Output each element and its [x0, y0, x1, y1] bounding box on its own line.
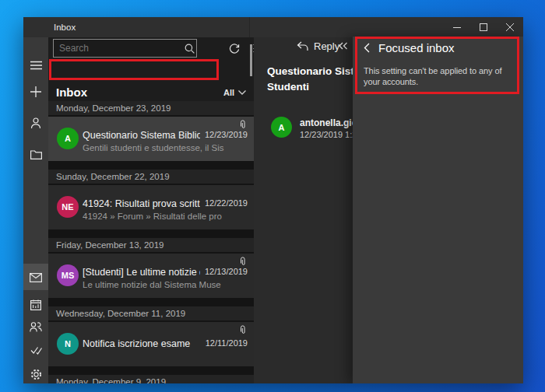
- reply-all-icon: [339, 42, 348, 51]
- item-subject: Questionario Sistema Bibliotecario: [83, 130, 200, 141]
- mail-app-window: Inbox: [23, 17, 523, 383]
- sender-avatar: A: [271, 117, 292, 138]
- navigation-sidebar: [23, 37, 48, 383]
- list-item[interactable]: A Questionario Sistema Bibliotecario 12/…: [48, 117, 254, 161]
- date-header: Friday, December 13, 2019: [48, 238, 254, 252]
- date-header: Monday, December 9, 2019: [48, 375, 254, 383]
- list-item[interactable]: NE 41924: Risultati prova scritta 17/12,…: [48, 185, 254, 229]
- new-mail-button[interactable]: [23, 80, 48, 103]
- list-item[interactable]: N Notifica iscrizione esame 12/11/2019: [48, 322, 254, 366]
- accounts-button[interactable]: [23, 111, 48, 135]
- message-group: Wednesday, December 11, 2019 N Notifica …: [48, 306, 254, 375]
- close-icon: [506, 23, 514, 31]
- reply-all-button[interactable]: [339, 42, 348, 51]
- item-date: 12/22/2019: [205, 198, 248, 209]
- item-preview: 41924 » Forum » Risultati delle pro: [83, 212, 248, 221]
- item-subject: 41924: Risultati prova scritta 17/12,: [83, 198, 200, 209]
- message-list: Monday, December 23, 2019 A Questionario…: [48, 101, 254, 383]
- window-title: Inbox: [54, 17, 76, 37]
- add-icon: [30, 86, 41, 97]
- minimize-icon: [453, 23, 461, 31]
- message-list-pane: Inbox All Monday, December 23, 2019 A: [48, 37, 254, 383]
- hamburger-menu-button[interactable]: [23, 54, 48, 77]
- hamburger-menu-icon: [30, 61, 42, 70]
- paperclip-icon: [240, 257, 246, 267]
- date-header: Sunday, December 22, 2019: [48, 170, 254, 184]
- folder-title: Inbox: [56, 86, 87, 99]
- people-nav-button[interactable]: [23, 315, 48, 338]
- people-icon: [30, 322, 42, 332]
- search-row: [48, 37, 254, 60]
- search-input[interactable]: [54, 43, 183, 54]
- message-group: Monday, December 9, 2019: [48, 375, 254, 383]
- mail-icon: [30, 273, 42, 282]
- list-item[interactable]: MS [Studenti] Le ultime notizie dal Sist…: [48, 254, 254, 298]
- date-header: Monday, December 23, 2019: [48, 101, 254, 115]
- avatar: MS: [57, 264, 79, 286]
- item-date: 12/13/2019: [205, 267, 248, 278]
- refresh-button[interactable]: [225, 40, 244, 57]
- todo-check-icon: [30, 346, 42, 355]
- settings-button[interactable]: [23, 362, 48, 383]
- minimize-button[interactable]: [444, 17, 470, 37]
- folder-icon: [30, 149, 42, 159]
- maximize-button[interactable]: [470, 17, 497, 37]
- avatar: A: [57, 128, 79, 149]
- paperclip-icon: [240, 325, 246, 335]
- close-button[interactable]: [497, 17, 523, 37]
- message-group: Friday, December 13, 2019 MS [Studenti] …: [48, 238, 254, 306]
- reply-icon: [297, 41, 308, 51]
- maximize-icon: [480, 23, 487, 31]
- item-preview: Le ultime notizie dal Sistema Muse: [83, 280, 248, 289]
- item-date: 12/23/2019: [205, 130, 248, 141]
- avatar: NE: [57, 196, 79, 218]
- filter-dropdown[interactable]: All: [223, 88, 246, 97]
- settings-gear-icon: [30, 369, 42, 380]
- annotation-inbox-header: [49, 59, 219, 80]
- person-icon: [30, 117, 41, 129]
- date-header: Wednesday, December 11, 2019: [48, 306, 254, 320]
- refresh-icon: [229, 43, 240, 54]
- search-icon: [183, 44, 196, 54]
- todo-nav-button[interactable]: [23, 338, 48, 362]
- message-group: Monday, December 23, 2019 A Questionario…: [48, 101, 254, 170]
- titlebar: Inbox: [23, 17, 523, 37]
- calendar-icon: [30, 299, 41, 310]
- titlebar-divider: [249, 17, 250, 37]
- list-scrollbar[interactable]: [250, 44, 252, 76]
- folders-button[interactable]: [23, 142, 48, 166]
- message-group: Sunday, December 22, 2019 NE 41924: Risu…: [48, 170, 254, 238]
- annotation-focused-inbox: [355, 37, 519, 94]
- reply-label: Reply: [314, 40, 339, 52]
- mail-nav-button[interactable]: [23, 266, 48, 289]
- calendar-nav-button[interactable]: [23, 293, 48, 317]
- item-date: 12/11/2019: [206, 338, 248, 349]
- item-subject: Notifica iscrizione esame: [83, 338, 201, 349]
- chevron-down-icon: [238, 90, 246, 95]
- filter-label: All: [223, 88, 234, 97]
- item-preview: Gentili studenti e studentesse, il Sis: [83, 143, 248, 152]
- avatar: N: [57, 333, 79, 355]
- search-box: [53, 39, 197, 58]
- reply-button[interactable]: Reply: [297, 40, 339, 52]
- paperclip-icon: [240, 120, 246, 130]
- item-subject: [Studenti] Le ultime notizie dal Siste: [83, 267, 200, 278]
